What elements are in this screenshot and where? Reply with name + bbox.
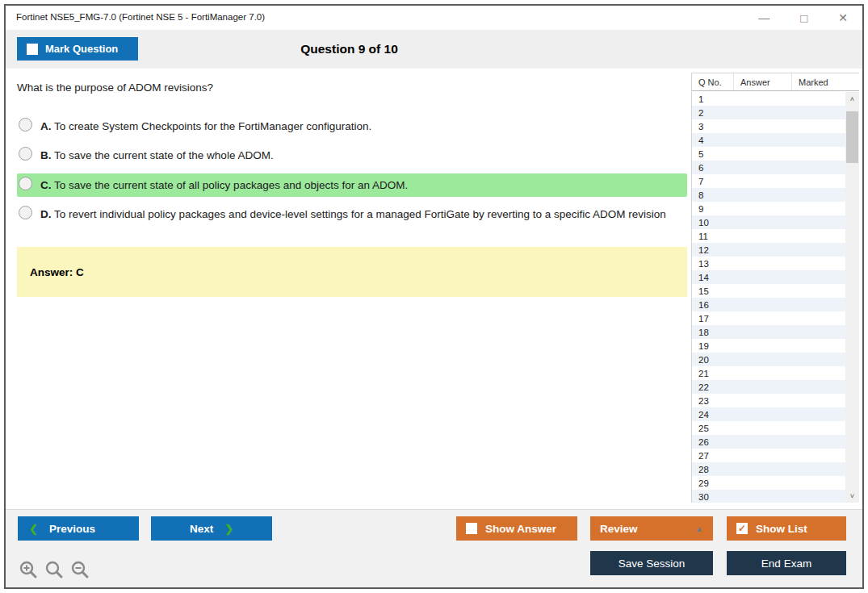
zoom-in-icon[interactable] (19, 560, 38, 579)
save-session-button[interactable]: Save Session (590, 551, 713, 575)
qno-cell: 13 (692, 259, 734, 269)
question-list-row[interactable]: 29 (692, 476, 845, 490)
show-list-checkbox[interactable]: ✓ (736, 523, 748, 534)
show-list-button[interactable]: ✓ Show List (727, 516, 846, 541)
qno-cell: 22 (692, 382, 734, 392)
scrollbar-thumb[interactable] (846, 111, 858, 163)
question-list-row[interactable]: 16 (692, 298, 845, 311)
radio-button[interactable] (19, 147, 32, 161)
column-header-answer: Answer (734, 73, 792, 90)
qno-cell: 19 (692, 341, 734, 351)
question-list-row[interactable]: 7 (692, 174, 845, 188)
close-icon[interactable]: ✕ (838, 12, 848, 23)
qno-cell: 4 (692, 136, 734, 145)
qno-cell: 30 (692, 492, 734, 502)
question-list-row[interactable]: 15 (692, 284, 845, 298)
question-list-row[interactable]: 20 (692, 353, 845, 366)
option-text: A. To create System Checkpoints for the … (40, 118, 371, 135)
question-list-row[interactable]: 17 (692, 311, 845, 325)
chevron-right-icon: ❯ (224, 523, 233, 535)
question-list-row[interactable]: 14 (692, 270, 845, 284)
question-list-row[interactable]: 5 (692, 147, 845, 161)
radio-button[interactable] (19, 118, 32, 132)
question-list-row[interactable]: 24 (692, 407, 845, 421)
show-answer-checkbox[interactable] (466, 523, 477, 534)
qno-cell: 10 (692, 218, 734, 228)
window-title: Fortinet NSE5_FMG-7.0 (Fortinet NSE 5 - … (16, 12, 265, 22)
question-list-body: 1234567891011121314151617181920212223242… (692, 92, 845, 503)
qno-cell: 9 (692, 204, 734, 214)
option-row-b[interactable]: B. To save the current state of the whol… (17, 144, 687, 167)
question-list-row[interactable]: 25 (692, 421, 845, 435)
next-label: Next (190, 523, 213, 535)
question-list-row[interactable]: 3 (692, 119, 845, 133)
question-list-row[interactable]: 8 (692, 188, 845, 202)
qno-cell: 15 (692, 286, 734, 296)
question-list-row[interactable]: 27 (692, 449, 845, 462)
qno-cell: 18 (692, 328, 734, 337)
answer-text: Answer: C (17, 266, 84, 278)
question-list-row[interactable]: 26 (692, 435, 845, 449)
option-letter: C. (40, 179, 52, 191)
question-list-row[interactable]: 4 (692, 133, 845, 147)
question-list-row[interactable]: 9 (692, 202, 845, 215)
option-row-d[interactable]: D. To revert individual policy packages … (17, 203, 687, 226)
qno-cell: 5 (692, 149, 734, 159)
minimize-icon[interactable]: — (758, 12, 769, 23)
next-button[interactable]: Next ❯ (151, 516, 272, 541)
previous-button[interactable]: ❮ Previous (18, 516, 139, 541)
qno-cell: 26 (692, 437, 734, 447)
answer-box: Answer: C (17, 247, 687, 297)
zoom-controls (19, 560, 90, 579)
scroll-up-icon[interactable]: ˄ (845, 92, 859, 106)
question-list-header: Q No. Answer Marked (692, 73, 859, 91)
end-exam-button[interactable]: End Exam (727, 551, 846, 575)
question-list-row[interactable]: 19 (692, 339, 845, 353)
main-content: What is the purpose of ADOM revisions? A… (6, 69, 862, 509)
option-row-a[interactable]: A. To create System Checkpoints for the … (17, 115, 687, 138)
column-header-qno: Q No. (692, 73, 734, 90)
qno-cell: 3 (692, 122, 734, 132)
radio-button[interactable] (19, 177, 32, 190)
column-header-marked: Marked (792, 73, 845, 90)
question-list-scrollbar[interactable]: ˄ ˅ (845, 92, 859, 503)
question-list-row[interactable]: 2 (692, 106, 845, 119)
question-list-row[interactable]: 21 (692, 366, 845, 380)
chevron-up-icon: ▲ (695, 524, 703, 533)
review-button[interactable]: Review ▲ (590, 516, 713, 541)
question-list-row[interactable]: 28 (692, 462, 845, 476)
review-label: Review (600, 523, 638, 535)
qno-cell: 21 (692, 369, 734, 378)
question-list-row[interactable]: 30 (692, 490, 845, 503)
question-list-row[interactable]: 1 (692, 92, 845, 106)
question-list-row[interactable]: 6 (692, 161, 845, 174)
question-list-row[interactable]: 22 (692, 380, 845, 394)
question-list-row[interactable]: 12 (692, 243, 845, 257)
option-letter: D. (40, 208, 52, 220)
question-list-row[interactable]: 11 (692, 229, 845, 243)
footer-bar: ❮ Previous Next ❯ Show Answer Review ▲ ✓… (6, 509, 862, 587)
question-list-row[interactable]: 18 (692, 325, 845, 339)
question-list-row[interactable]: 10 (692, 215, 845, 229)
chevron-left-icon: ❮ (29, 523, 38, 535)
qno-cell: 14 (692, 273, 734, 282)
maximize-icon[interactable]: □ (800, 12, 807, 24)
show-answer-button[interactable]: Show Answer (456, 516, 577, 541)
window-controls: — □ ✕ (758, 6, 854, 30)
option-letter: A. (40, 120, 52, 132)
qno-cell: 2 (692, 108, 734, 118)
question-list-row[interactable]: 23 (692, 394, 845, 407)
scroll-down-icon[interactable]: ˅ (845, 489, 859, 503)
qno-cell: 24 (692, 410, 734, 420)
option-row-c[interactable]: C. To save the current state of all poli… (17, 173, 687, 197)
radio-button[interactable] (19, 206, 32, 219)
zoom-out-icon[interactable] (70, 560, 90, 579)
qno-cell: 8 (692, 190, 734, 200)
question-list-row[interactable]: 13 (692, 257, 845, 270)
qno-cell: 6 (692, 163, 734, 173)
qno-cell: 7 (692, 177, 734, 186)
zoom-reset-icon[interactable] (44, 560, 64, 579)
title-bar: Fortinet NSE5_FMG-7.0 (Fortinet NSE 5 - … (6, 6, 862, 30)
question-text: What is the purpose of ADOM revisions? (17, 81, 687, 94)
option-text: C. To save the current state of all poli… (40, 177, 408, 194)
